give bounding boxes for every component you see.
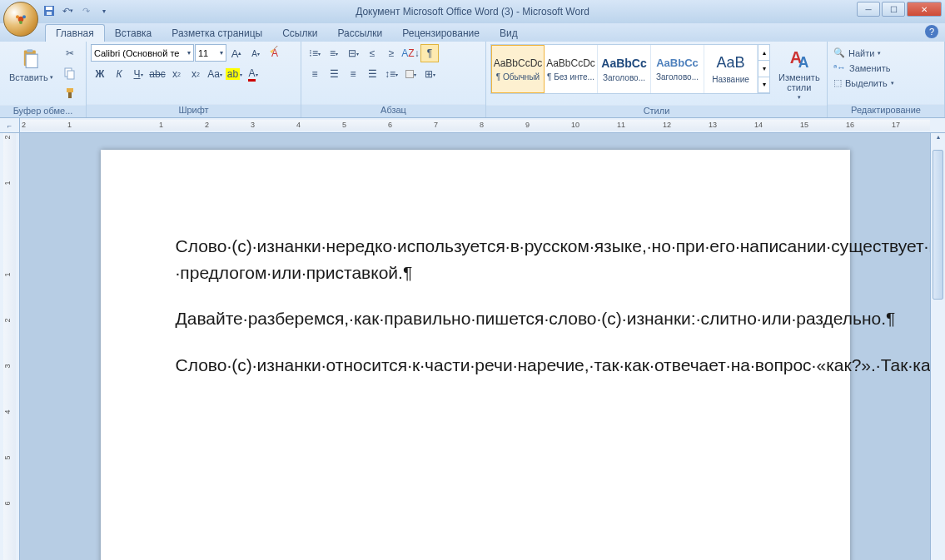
- font-name-combo[interactable]: Calibri (Основной те▾: [91, 44, 194, 62]
- group-font: Calibri (Основной те▾ 11▾ A▴ A▾ A🧹 Ж К Ч…: [87, 42, 301, 117]
- window-title: Документ Microsoft Office Word (3) - Mic…: [356, 6, 589, 17]
- style-heading1[interactable]: AaBbCc Заголово...: [598, 45, 651, 93]
- horizontal-ruler[interactable]: 211234567891011121314151617: [22, 120, 930, 131]
- find-icon: 🔍: [833, 47, 845, 58]
- tab-view[interactable]: Вид: [490, 25, 528, 42]
- vertical-ruler[interactable]: 21123456: [0, 133, 20, 560]
- paragraph-group-label: Абзац: [301, 104, 485, 117]
- ribbon: Вставить▾ ✂ Буфер обме... Calibri (Основ…: [0, 42, 945, 118]
- align-center-button[interactable]: ☰: [325, 65, 343, 83]
- style-heading2[interactable]: AaBbCc Заголово...: [651, 45, 704, 93]
- font-group-label: Шрифт: [87, 104, 301, 117]
- style-title[interactable]: АаВ Название: [704, 45, 758, 93]
- vertical-scrollbar[interactable]: ▴: [930, 133, 945, 560]
- maximize-button[interactable]: ☐: [882, 2, 905, 17]
- close-button[interactable]: ✕: [907, 2, 942, 17]
- save-icon: [42, 4, 56, 17]
- svg-rect-9: [27, 49, 33, 52]
- change-styles-icon: AA: [786, 46, 813, 72]
- increase-indent-button[interactable]: ≥: [382, 44, 400, 62]
- gallery-spinner: ▴ ▾ ▾: [758, 45, 769, 93]
- brush-icon: [63, 87, 77, 100]
- italic-button[interactable]: К: [110, 65, 128, 83]
- help-button[interactable]: ?: [925, 25, 938, 38]
- replace-button[interactable]: ᵃ↔Заменить: [832, 62, 892, 74]
- paste-button[interactable]: Вставить▾: [4, 44, 58, 84]
- line-spacing-button[interactable]: ↕≡▾: [382, 65, 400, 83]
- format-painter-button[interactable]: [61, 84, 79, 102]
- bullets-button[interactable]: ⁝≡▾: [306, 44, 324, 62]
- cut-button[interactable]: ✂: [61, 44, 79, 62]
- save-button[interactable]: [42, 3, 57, 18]
- ruler-corner[interactable]: ⌐: [0, 118, 20, 132]
- svg-rect-5: [46, 7, 52, 10]
- font-size-combo[interactable]: 11▾: [195, 44, 226, 62]
- clipboard-label: Буфер обме...: [0, 105, 86, 117]
- paste-icon: [17, 46, 44, 72]
- paragraph-1[interactable]: Слово·(с)·изнанки·нередко·используется·в…: [176, 233, 775, 285]
- shrink-font-button[interactable]: A▾: [246, 44, 265, 62]
- grow-font-button[interactable]: A▴: [227, 44, 246, 62]
- gallery-more[interactable]: ▾: [758, 77, 769, 93]
- shading-button[interactable]: ▾: [401, 65, 420, 83]
- svg-text:A: A: [798, 54, 809, 71]
- multilevel-button[interactable]: ⊟▾: [344, 44, 362, 62]
- office-button[interactable]: [3, 2, 38, 37]
- tab-review[interactable]: Рецензирование: [392, 25, 490, 42]
- minimize-button[interactable]: ─: [857, 2, 880, 17]
- borders-button[interactable]: ⊞▾: [420, 65, 439, 83]
- editing-group-label: Редактирование: [828, 104, 944, 117]
- svg-rect-12: [67, 88, 73, 92]
- bold-button[interactable]: Ж: [91, 65, 109, 83]
- tab-references[interactable]: Ссылки: [272, 25, 327, 42]
- sort-button[interactable]: AZ↓: [401, 44, 420, 62]
- ribbon-tabs: Главная Вставка Разметка страницы Ссылки…: [0, 23, 945, 42]
- ruler-area: ⌐ 211234567891011121314151617: [0, 118, 945, 133]
- tab-mailings[interactable]: Рассылки: [327, 25, 392, 42]
- strike-button[interactable]: abc: [148, 65, 167, 83]
- gallery-up[interactable]: ▴: [758, 45, 769, 61]
- underline-button[interactable]: Ч▾: [129, 65, 147, 83]
- paragraph-3[interactable]: Слово·(с)·изнанки·относится·к·части·речи…: [176, 352, 775, 379]
- tab-insert[interactable]: Вставка: [105, 25, 162, 42]
- change-styles-button[interactable]: AA Изменить стили▾: [773, 44, 825, 102]
- group-paragraph: ⁝≡▾ ≡▾ ⊟▾ ≤ ≥ AZ↓ ¶ ≡ ☰ ≡ ☰ ↕≡▾ ▾ ⊞▾ Абз…: [301, 42, 486, 117]
- page: Слово·(с)·изнанки·нередко·используется·в…: [101, 150, 850, 560]
- paste-label: Вставить: [9, 72, 48, 82]
- justify-button[interactable]: ☰: [363, 65, 381, 83]
- gallery-down[interactable]: ▾: [758, 61, 769, 77]
- decrease-indent-button[interactable]: ≤: [363, 44, 381, 62]
- redo-button[interactable]: ↷: [78, 3, 93, 18]
- show-marks-button[interactable]: ¶: [420, 44, 439, 62]
- numbering-button[interactable]: ≡▾: [325, 44, 343, 62]
- group-styles: AaBbCcDc ¶ Обычный AaBbCcDc ¶ Без инте..…: [486, 42, 828, 117]
- change-case-button[interactable]: Aa▾: [206, 65, 224, 83]
- align-right-button[interactable]: ≡: [344, 65, 362, 83]
- find-button[interactable]: 🔍Найти▾: [832, 47, 883, 59]
- tab-home[interactable]: Главная: [45, 24, 105, 42]
- select-button[interactable]: ⬚Выделить▾: [832, 77, 896, 89]
- style-gallery: AaBbCcDc ¶ Обычный AaBbCcDc ¶ Без инте..…: [490, 44, 770, 94]
- window-controls: ─ ☐ ✕: [857, 2, 942, 17]
- svg-point-1: [16, 15, 19, 18]
- copy-button[interactable]: [61, 64, 79, 82]
- highlight-button[interactable]: ab▾: [225, 65, 243, 83]
- svg-rect-8: [26, 54, 37, 67]
- svg-rect-13: [68, 92, 72, 98]
- qat-customize[interactable]: ▾: [97, 3, 112, 18]
- superscript-button[interactable]: x2: [187, 65, 205, 83]
- align-left-button[interactable]: ≡: [306, 65, 324, 83]
- quick-access-toolbar: ↶▾ ↷ ▾: [42, 3, 112, 18]
- undo-button[interactable]: ↶▾: [60, 3, 75, 18]
- font-color-button[interactable]: A▾: [244, 65, 262, 83]
- scroll-thumb[interactable]: [933, 150, 943, 300]
- copy-icon: [63, 67, 77, 80]
- clear-format-button[interactable]: A🧹: [266, 44, 284, 62]
- style-nospacing[interactable]: AaBbCcDc ¶ Без инте...: [545, 45, 598, 93]
- paragraph-2[interactable]: Давайте·разберемся,·как·правильно·пишетс…: [176, 305, 775, 332]
- tab-layout[interactable]: Разметка страницы: [162, 25, 272, 42]
- style-normal[interactable]: AaBbCcDc ¶ Обычный: [491, 45, 545, 93]
- subscript-button[interactable]: x2: [167, 65, 186, 83]
- scroll-up[interactable]: ▴: [931, 133, 945, 146]
- page-viewport[interactable]: Слово·(с)·изнанки·нередко·используется·в…: [20, 133, 930, 560]
